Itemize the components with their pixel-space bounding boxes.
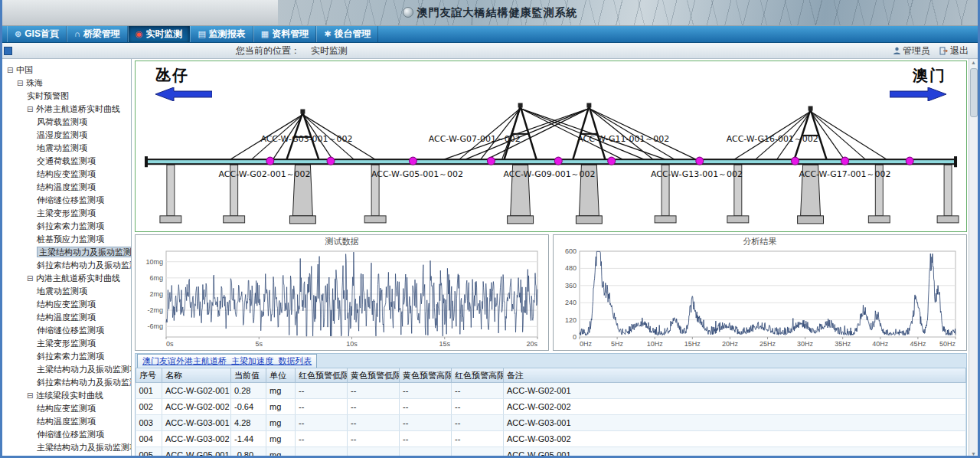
tree-item-label: 结构温度监测项 bbox=[37, 182, 96, 191]
tree-item-28[interactable]: 结构温度监测项 bbox=[2, 415, 131, 428]
sensor-dot-icon[interactable] bbox=[409, 157, 416, 165]
table-cell: 001 bbox=[136, 383, 162, 399]
table-cell: ACC-W-G03-002 bbox=[162, 431, 231, 447]
sensor-dot-icon[interactable] bbox=[487, 157, 495, 165]
table-row[interactable]: 001ACC-W-G02-0010.28mg--------ACC-W-G02-… bbox=[136, 383, 966, 399]
tree-item-8[interactable]: 交通荷载监测项 bbox=[2, 155, 131, 168]
sensor-dot-icon[interactable] bbox=[841, 157, 849, 165]
column-header[interactable]: 名称 bbox=[162, 368, 231, 383]
tree-item-21[interactable]: 伸缩缝位移监测项 bbox=[2, 324, 131, 337]
table-cell: -- bbox=[452, 431, 504, 447]
svg-text:10s: 10s bbox=[346, 340, 358, 348]
table-row[interactable]: 005ACC-W-G05-001-0.80mg--------ACC-W-G05… bbox=[136, 447, 966, 458]
table-cell: -- bbox=[296, 431, 348, 447]
sensor-dot-icon[interactable] bbox=[554, 157, 562, 165]
tree-item-18[interactable]: 地震动监测项 bbox=[2, 285, 131, 298]
tree-item-23[interactable]: 斜拉索索力监测项 bbox=[2, 350, 131, 363]
column-header[interactable]: 当前值 bbox=[231, 368, 266, 383]
app-window: 澳門友誼大橋結構健康監測系統 ⊕GIS首頁∩桥梁管理◉实时监测▤监测报表▦资料管… bbox=[0, 0, 980, 458]
nav-tab-4[interactable]: ▤监测报表 bbox=[190, 26, 253, 42]
table-row[interactable]: 004ACC-W-G03-002-1.44mg--------ACC-W-G03… bbox=[136, 431, 966, 447]
scroll-up-icon[interactable]: ▲ bbox=[969, 59, 978, 67]
table-cell: 4.28 bbox=[231, 415, 266, 431]
tree-item-9[interactable]: 结构应变监测项 bbox=[2, 168, 131, 181]
tree-item-13[interactable]: 斜拉索索力监测项 bbox=[2, 220, 131, 233]
table-row[interactable]: 003ACC-W-G03-0014.28mg--------ACC-W-G03-… bbox=[136, 415, 966, 431]
tree-expander-icon[interactable]: ⊟ bbox=[27, 272, 36, 285]
sensor-dot-icon[interactable] bbox=[906, 157, 913, 165]
main-scrollbar[interactable]: ▲ ▼ bbox=[969, 59, 978, 458]
sensor-dot-icon[interactable] bbox=[327, 157, 335, 165]
table-cell: -1.44 bbox=[231, 431, 266, 447]
tree-item-3[interactable]: 实时预警图 bbox=[2, 90, 131, 103]
tree-item-4[interactable]: ⊟外港主航道桥实时曲线 bbox=[2, 103, 131, 116]
tree-item-14[interactable]: 桩基预应力监测项 bbox=[2, 233, 131, 246]
sensor-dot-icon[interactable] bbox=[792, 157, 799, 165]
nav-tab-1[interactable]: ⊕GIS首頁 bbox=[7, 26, 67, 42]
tree-item-15[interactable]: 主梁结构动力及振动监测项 bbox=[2, 246, 131, 259]
column-header[interactable]: 黄色预警低限 bbox=[348, 368, 400, 383]
tree-item-27[interactable]: 结构应变监测项 bbox=[2, 402, 131, 415]
tree-item-1[interactable]: ⊟中国 bbox=[2, 64, 131, 77]
tree-item-19[interactable]: 结构应变监测项 bbox=[2, 298, 131, 311]
tree-item-17[interactable]: ⊟内港主航道桥实时曲线 bbox=[2, 272, 131, 285]
column-header[interactable]: 单位 bbox=[266, 368, 296, 383]
user-menu[interactable]: 管理员 bbox=[893, 44, 930, 57]
tree-item-2[interactable]: ⊟珠海 bbox=[2, 77, 131, 90]
tree-item-label: 结构应变监测项 bbox=[37, 299, 96, 309]
column-header[interactable]: 黄色预警高限 bbox=[400, 368, 452, 383]
charts-row: 测试数据 10mg6mg2mg-2mg-6mg0s5s10s15s20s 分析结… bbox=[135, 234, 967, 351]
tree-item-20[interactable]: 结构温度监测项 bbox=[2, 311, 131, 324]
svg-text:25Hz: 25Hz bbox=[760, 340, 776, 348]
tree-item-25[interactable]: 斜拉索结构动力及振动监测项 bbox=[2, 376, 131, 389]
time-series-chart-title: 测试数据 bbox=[136, 235, 548, 247]
table-cell: -- bbox=[452, 415, 504, 431]
column-header[interactable]: 红色预警低限 bbox=[296, 368, 348, 383]
tree-item-7[interactable]: 地震动监测项 bbox=[2, 142, 131, 155]
direction-macau: 澳门 bbox=[890, 65, 946, 104]
tree-item-30[interactable]: 主梁结构动力及振动监测项 bbox=[2, 441, 131, 454]
tree-item-26[interactable]: ⊟连续梁段实时曲线 bbox=[2, 389, 131, 402]
table-row[interactable]: 002ACC-W-G02-002-0.64mg--------ACC-W-G02… bbox=[136, 399, 966, 415]
tree-item-label: 连续梁段实时曲线 bbox=[36, 391, 103, 400]
table-cell: -- bbox=[348, 431, 400, 447]
tree-item-12[interactable]: 主梁变形监测项 bbox=[2, 207, 131, 220]
time-series-chart: 10mg6mg2mg-2mg-6mg0s5s10s15s20s bbox=[136, 247, 548, 348]
tree-item-5[interactable]: 风荷载监测项 bbox=[2, 116, 131, 129]
sensor-group-label: ACC-W-G13-001～002 bbox=[651, 169, 743, 179]
scroll-down-icon[interactable]: ▼ bbox=[969, 450, 978, 458]
tree-expander-icon[interactable]: ⊟ bbox=[7, 64, 16, 77]
sensor-dot-icon[interactable] bbox=[266, 157, 274, 165]
tree-item-6[interactable]: 温湿度监测项 bbox=[2, 129, 131, 142]
tree-expander-icon[interactable]: ⊟ bbox=[17, 77, 26, 90]
tree-item-29[interactable]: 伸缩缝位移监测项 bbox=[2, 428, 131, 441]
nav-tab-3[interactable]: ◉实时监测 bbox=[128, 26, 191, 42]
tree-item-11[interactable]: 伸缩缝位移监测项 bbox=[2, 194, 131, 207]
tree-expander-icon[interactable]: ⊟ bbox=[27, 103, 36, 116]
sensor-dot-icon[interactable] bbox=[608, 157, 616, 165]
column-header[interactable]: 序号 bbox=[136, 368, 162, 383]
sidebar-collapse-button[interactable] bbox=[4, 47, 12, 55]
tree-item-22[interactable]: 主梁变形监测项 bbox=[2, 337, 131, 350]
tree-expander-icon[interactable]: ⊟ bbox=[27, 389, 36, 402]
nav-tab-6[interactable]: ✱後台管理 bbox=[316, 26, 378, 42]
datagrid-tab[interactable]: 澳门友谊外港主航道桥_主梁加速度_数据列表 bbox=[137, 354, 317, 368]
tree-item-16[interactable]: 斜拉索结构动力及振动监测项 bbox=[2, 259, 131, 272]
tree-item-10[interactable]: 结构温度监测项 bbox=[2, 181, 131, 194]
tree-item-24[interactable]: 主梁结构动力及振动监测项 bbox=[2, 363, 131, 376]
table-cell: mg bbox=[266, 431, 296, 447]
column-header[interactable]: 备注 bbox=[504, 368, 966, 383]
breadcrumb-label: 您当前的位置： bbox=[236, 45, 300, 56]
scrollbar-thumb[interactable] bbox=[970, 68, 978, 117]
nav-tab-5[interactable]: ▦资料管理 bbox=[253, 26, 316, 42]
nav-tab-label: 桥梁管理 bbox=[83, 28, 120, 41]
nav-tab-2[interactable]: ∩桥梁管理 bbox=[67, 26, 128, 42]
sensor-dot-icon[interactable] bbox=[696, 157, 704, 165]
logout-button[interactable]: 退出 bbox=[939, 44, 969, 57]
sensor-group-label: ACC-W-G09-001～002 bbox=[504, 169, 596, 179]
column-header[interactable]: 红色预警高限 bbox=[452, 368, 504, 383]
table-cell: mg bbox=[266, 447, 296, 458]
table-cell: -- bbox=[452, 399, 504, 415]
tree-item-label: 结构应变监测项 bbox=[37, 404, 96, 413]
tree-item-label: 风荷载监测项 bbox=[37, 117, 87, 126]
